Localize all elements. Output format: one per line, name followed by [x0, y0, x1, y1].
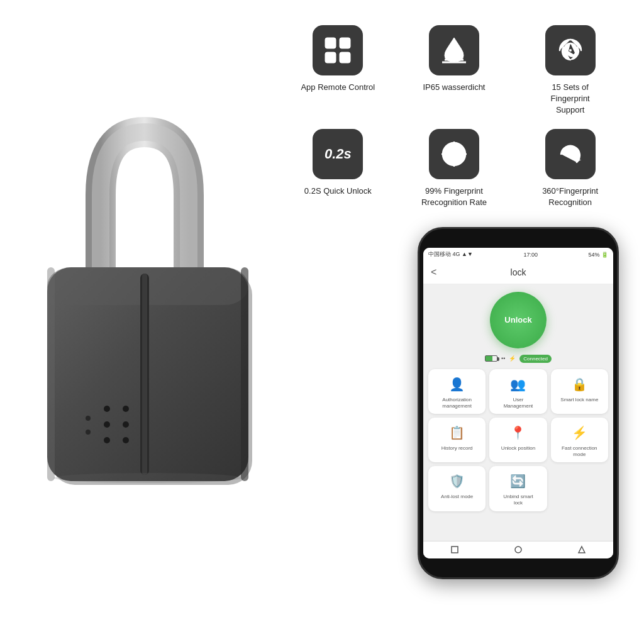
svg-rect-4: [142, 274, 147, 475]
apps-grid: 👤 Authorizationmanagement 👥 UserManageme…: [428, 369, 608, 511]
triangle-nav-icon: [577, 545, 586, 554]
svg-point-15: [53, 473, 242, 483]
battery-status: 54% 🔋: [588, 252, 608, 258]
svg-rect-17: [340, 38, 350, 48]
app-history-record[interactable]: 📋 History record: [428, 418, 486, 462]
svg-point-22: [569, 49, 572, 52]
svg-point-6: [104, 421, 110, 428]
svg-point-7: [104, 437, 110, 443]
features-grid: App Remote Control IP65 wasserdicht: [277, 25, 631, 221]
anti-lost-icon: 🛡️: [447, 471, 467, 491]
circle-nav-icon: [514, 545, 523, 554]
fast-conn-icon: ⚡: [569, 423, 589, 443]
square-nav-icon: [450, 545, 459, 554]
app-grid-icon: [322, 35, 353, 66]
quick-unlock-icon-box: 0.2s: [313, 129, 363, 179]
history-label: History record: [441, 445, 473, 452]
recognition-rate-label: 99% FingerprintRrecognition Rate: [421, 186, 487, 208]
main-container: App Remote Control IP65 wasserdicht: [0, 0, 644, 644]
battery-fill: [486, 356, 492, 361]
bluetooth-icon: ⚡: [509, 355, 516, 362]
connection-bar: •• ⚡ Connected: [485, 355, 552, 363]
nav-square-btn[interactable]: [448, 543, 461, 556]
unlock-button[interactable]: Unlock: [490, 292, 547, 348]
app-unlock-position[interactable]: 📍 Unlock position: [489, 418, 547, 462]
feature-recognition-rate: 99% FingerprintRrecognition Rate: [399, 129, 509, 208]
svg-point-10: [123, 437, 129, 443]
smart-lock-label: Smart lock name: [560, 397, 598, 403]
fast-conn-label: Fast connectionmode: [562, 445, 597, 457]
auth-icon: 👤: [447, 374, 467, 394]
app-unbind[interactable]: 🔄 Unbind smartlock: [489, 466, 547, 511]
padlock-illustration: [25, 101, 264, 541]
app-anti-lost[interactable]: 🛡️ Anti-lost mode: [428, 466, 486, 511]
feature-fingerprint-sets: 15 Sets ofFingerprintSupport: [515, 25, 625, 116]
user-mgmt-label: UserManagement: [504, 397, 533, 409]
svg-rect-16: [325, 38, 336, 48]
battery-icon: [485, 355, 497, 362]
phone-mockup: 中国移动 4G ▲▼ 17:00 54% 🔋 < lock: [418, 227, 619, 579]
svg-text:360°: 360°: [564, 150, 577, 157]
svg-point-25: [452, 152, 457, 157]
app-smart-lock-name[interactable]: 🔒 Smart lock name: [551, 369, 608, 414]
nav-circle-btn[interactable]: [512, 543, 525, 556]
svg-point-12: [86, 430, 91, 435]
phone-section: 中国移动 4G ▲▼ 17:00 54% 🔋 < lock: [277, 221, 631, 579]
back-arrow-icon[interactable]: <: [431, 267, 436, 278]
feature-360-recognition: 360° 360°FingerprintRecognition: [515, 129, 625, 208]
unlock-label: Unlock: [504, 315, 531, 325]
app-user-management[interactable]: 👥 UserManagement: [489, 369, 547, 414]
phone-status-bar: 中国移动 4G ▲▼ 17:00 54% 🔋: [423, 248, 613, 262]
svg-point-33: [515, 547, 521, 553]
feature-ip65: IP65 wasserdicht: [399, 25, 509, 116]
svg-rect-18: [325, 52, 336, 63]
svg-rect-13: [47, 267, 55, 481]
app-remote-label: App Remote Control: [301, 82, 375, 93]
volume-up-button: [418, 279, 419, 295]
padlock-section: [13, 19, 277, 623]
app-fast-connection[interactable]: ⚡ Fast connectionmode: [551, 418, 608, 462]
360-recognition-label: 360°FingerprintRecognition: [542, 186, 598, 208]
history-icon: 📋: [447, 423, 467, 443]
user-mgmt-icon: 👥: [508, 374, 528, 394]
power-button: [617, 292, 619, 320]
phone-nav-bar: [423, 541, 613, 558]
phone-outer: 中国移动 4G ▲▼ 17:00 54% 🔋 < lock: [418, 227, 619, 579]
water-drop-icon: [438, 35, 470, 66]
empty-cell: [551, 466, 608, 511]
quick-unlock-label: 0.2S Quick Unlock: [304, 186, 372, 197]
target-icon: [438, 138, 470, 170]
svg-rect-14: [241, 267, 248, 481]
quick-unlock-time: 0.2s: [325, 146, 352, 162]
svg-point-5: [104, 406, 110, 412]
app-title: lock: [511, 267, 526, 277]
anti-lost-label: Anti-lost mode: [441, 494, 473, 500]
connected-badge: Connected: [519, 355, 552, 363]
svg-point-8: [123, 406, 129, 412]
carrier-info: 中国移动 4G ▲▼: [428, 250, 473, 258]
time-display: 17:00: [523, 252, 538, 258]
svg-rect-19: [340, 52, 350, 63]
feature-quick-unlock: 0.2s 0.2S Quick Unlock: [283, 129, 393, 208]
360-icon-box: 360°: [545, 129, 596, 179]
nav-triangle-btn[interactable]: [575, 543, 588, 556]
fingerprint-sets-icon-box: [545, 25, 596, 75]
auth-label: Authorizationmanagement: [442, 397, 472, 409]
svg-point-9: [123, 421, 129, 428]
app-header: < lock: [423, 262, 613, 284]
phone-content: Unlock •• ⚡ Connected: [423, 284, 613, 541]
svg-marker-34: [579, 547, 585, 553]
ip65-label: IP65 wasserdicht: [423, 82, 485, 93]
position-icon: 📍: [508, 423, 528, 443]
360-rotation-icon: 360°: [555, 138, 586, 170]
feature-app-remote: App Remote Control: [283, 25, 393, 116]
right-section: App Remote Control IP65 wasserdicht: [277, 19, 631, 579]
fingerprint-icon: [555, 35, 586, 66]
dots-separator: ••: [501, 355, 505, 362]
position-label: Unlock position: [501, 445, 535, 452]
app-authorization[interactable]: 👤 Authorizationmanagement: [428, 369, 486, 414]
app-remote-icon-box: [313, 25, 363, 75]
unbind-label: Unbind smartlock: [503, 494, 533, 506]
volume-down-button: [418, 301, 419, 323]
smart-lock-icon: 🔒: [569, 374, 589, 394]
